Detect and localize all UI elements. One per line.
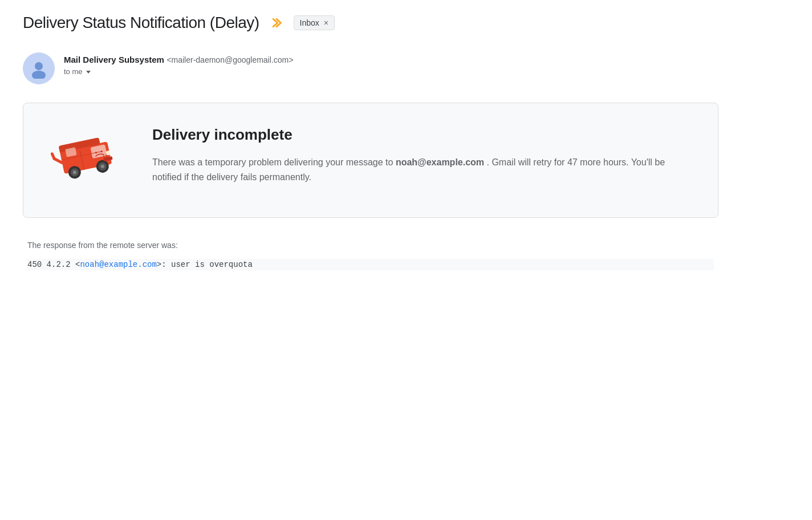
inbox-label: Inbox <box>300 18 319 27</box>
avatar <box>23 52 55 84</box>
notification-card: Delivery incomplete There was a temporar… <box>23 103 718 218</box>
response-section: The response from the remote server was:… <box>23 241 718 270</box>
truck-illustration <box>51 126 125 194</box>
svg-line-20 <box>52 153 54 159</box>
email-subject: Delivery Status Notification (Delay) <box>23 14 259 32</box>
sender-info: Mail Delivery Subsystem <mailer-daemon@g… <box>64 52 293 76</box>
message-prefix: There was a temporary problem delivering… <box>152 157 393 167</box>
inbox-close-button[interactable]: × <box>324 19 328 27</box>
forward-chevron-icon <box>271 17 282 29</box>
sender-row: Mail Delivery Subsystem <mailer-daemon@g… <box>23 52 718 84</box>
inbox-badge[interactable]: Inbox × <box>294 15 335 30</box>
dropdown-arrow-icon <box>86 71 91 74</box>
recipient-email: noah@example.com <box>396 157 484 167</box>
notification-content: Delivery incomplete There was a temporar… <box>152 126 691 184</box>
response-email-link[interactable]: noah@example.com <box>80 260 156 269</box>
response-code: 450 4.2.2 <noah@example.com>: user is ov… <box>27 259 714 270</box>
truck-icon-container <box>51 126 125 194</box>
sender-name-line: Mail Delivery Subsystem <mailer-daemon@g… <box>64 55 293 65</box>
sender-email: <mailer-daemon@googlemail.com> <box>167 55 293 64</box>
response-code-prefix: 450 4.2.2 < <box>27 260 80 269</box>
sender-to-text: to me <box>64 67 83 76</box>
response-label: The response from the remote server was: <box>27 241 714 250</box>
sender-name: Mail Delivery Subsystem <box>64 55 164 64</box>
sender-to-dropdown[interactable]: to me <box>64 67 293 76</box>
email-container: Delivery Status Notification (Delay) Inb… <box>0 0 741 293</box>
svg-point-1 <box>32 71 46 79</box>
response-code-suffix: >: user is overquota <box>157 260 253 269</box>
svg-point-0 <box>35 62 43 70</box>
delivery-message: There was a temporary problem delivering… <box>152 155 691 184</box>
email-header: Delivery Status Notification (Delay) Inb… <box>23 14 718 36</box>
delivery-incomplete-title: Delivery incomplete <box>152 126 691 144</box>
